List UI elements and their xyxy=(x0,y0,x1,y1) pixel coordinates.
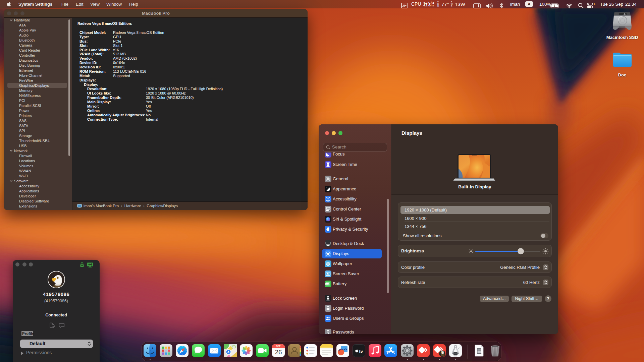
svg-text:tv: tv xyxy=(359,349,363,354)
svg-text:26: 26 xyxy=(275,349,282,356)
svg-text:SEP: SEP xyxy=(276,345,281,347)
